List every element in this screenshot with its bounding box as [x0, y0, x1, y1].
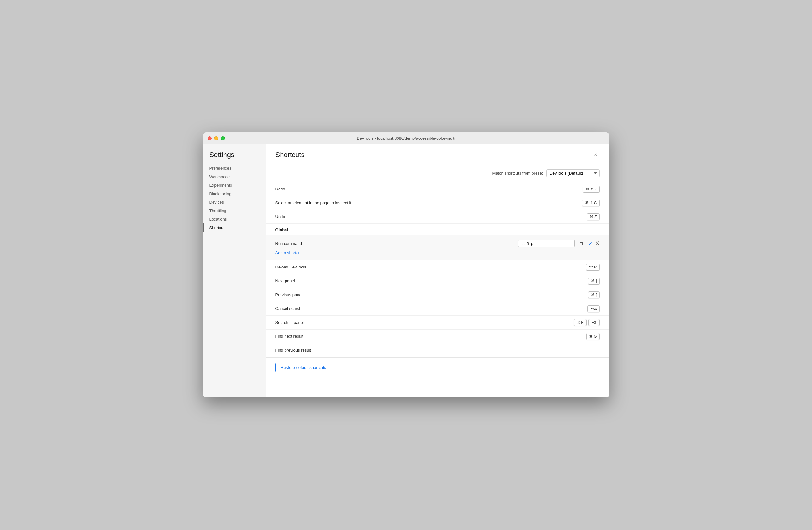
sidebar-item-blackboxing[interactable]: Blackboxing — [203, 190, 266, 198]
key-badge: ⌘ G — [586, 333, 600, 340]
shortcut-name: Search in panel — [275, 320, 574, 325]
table-row-run-command: Run command ⌘ ⇧ p 🗑 ✓ ✕ Add a shortcut — [266, 235, 609, 260]
table-row: Find previous result — [266, 343, 609, 357]
shortcut-keys: Esc — [588, 305, 599, 312]
preset-row: Match shortcuts from preset DevTools (De… — [266, 164, 609, 182]
key-badge: ⌥ R — [586, 264, 600, 271]
shortcut-name: Previous panel — [275, 292, 588, 297]
key-badge: F3 — [589, 319, 600, 326]
key-badge: ⌘ ] — [588, 278, 600, 284]
key-input-field[interactable]: ⌘ ⇧ p — [518, 239, 575, 247]
minimize-traffic-light[interactable] — [214, 136, 218, 140]
shortcut-keys: ⌘ F F3 — [574, 319, 600, 326]
editing-row-main: Run command ⌘ ⇧ p 🗑 ✓ ✕ — [275, 238, 600, 249]
key-badge: ⌘ F — [574, 319, 586, 326]
sidebar-item-preferences[interactable]: Preferences — [203, 164, 266, 172]
traffic-lights — [207, 136, 225, 140]
table-row: Select an element in the page to inspect… — [266, 196, 609, 210]
shortcut-keys: ⌘ ⇧ C — [582, 199, 599, 207]
add-shortcut-link[interactable]: Add a shortcut — [275, 249, 302, 257]
preset-select[interactable]: DevTools (Default) Visual Studio Code — [546, 169, 600, 177]
maximize-traffic-light[interactable] — [221, 136, 225, 140]
table-row: Previous panel ⌘ [ — [266, 288, 609, 302]
sidebar-item-throttling[interactable]: Throttling — [203, 207, 266, 215]
delete-shortcut-button[interactable]: 🗑 — [577, 239, 586, 247]
shortcut-keys: ⌘ ⇧ Z — [583, 186, 600, 193]
restore-defaults-button[interactable]: Restore default shortcuts — [275, 363, 332, 372]
sidebar-item-locations[interactable]: Locations — [203, 215, 266, 223]
table-row: Redo ⌘ ⇧ Z — [266, 182, 609, 196]
sidebar: Settings Preferences Workspace Experimen… — [203, 144, 266, 398]
table-row: Next panel ⌘ ] — [266, 274, 609, 288]
shortcut-keys: ⌥ R — [586, 264, 600, 271]
shortcut-keys: ⌘ [ — [588, 291, 600, 298]
shortcut-keys: ⌘ ] — [588, 278, 600, 284]
key-badge: Esc — [588, 305, 599, 312]
window-title: DevTools - localhost:8080/demo/accessibl… — [357, 136, 455, 141]
titlebar: DevTools - localhost:8080/demo/accessibl… — [203, 132, 609, 144]
key-badge: ⌘ Z — [587, 213, 600, 220]
table-row: Reload DevTools ⌥ R — [266, 260, 609, 274]
key-badge: ⌘ [ — [588, 291, 600, 298]
shortcuts-table: Redo ⌘ ⇧ Z Select an element in the page… — [266, 182, 609, 357]
main-content: Settings Preferences Workspace Experimen… — [203, 144, 609, 398]
key-badge: ⌘ ⇧ C — [582, 199, 599, 207]
section-header-global: Global — [266, 224, 609, 235]
table-row: Undo ⌘ Z — [266, 210, 609, 224]
preset-label: Match shortcuts from preset — [492, 171, 543, 176]
shortcut-name: Find next result — [275, 334, 586, 339]
footer-bar: Restore default shortcuts — [266, 357, 609, 377]
confirm-shortcut-button[interactable]: ✓ — [589, 240, 593, 247]
shortcut-name: Select an element in the page to inspect… — [275, 200, 582, 205]
shortcut-name: Find previous result — [275, 348, 600, 352]
shortcut-name: Cancel search — [275, 306, 588, 311]
key-badge: ⌘ ⇧ Z — [583, 186, 600, 193]
shortcut-keys: ⌘ G — [586, 333, 600, 340]
content-header: Shortcuts × — [266, 144, 609, 164]
shortcut-name: Redo — [275, 187, 583, 191]
shortcut-name: Reload DevTools — [275, 265, 586, 269]
sidebar-item-workspace[interactable]: Workspace — [203, 172, 266, 181]
sidebar-item-devices[interactable]: Devices — [203, 198, 266, 207]
shortcut-name: Next panel — [275, 279, 588, 283]
close-traffic-light[interactable] — [207, 136, 212, 140]
table-row: Find next result ⌘ G — [266, 330, 609, 343]
devtools-window: DevTools - localhost:8080/demo/accessibl… — [203, 132, 609, 398]
cancel-shortcut-button[interactable]: ✕ — [595, 240, 600, 247]
page-title: Shortcuts — [275, 151, 305, 159]
shortcut-name: Undo — [275, 214, 587, 219]
sidebar-item-experiments[interactable]: Experiments — [203, 181, 266, 190]
table-row: Cancel search Esc — [266, 302, 609, 316]
table-row: Search in panel ⌘ F F3 — [266, 316, 609, 330]
sidebar-item-shortcuts[interactable]: Shortcuts — [203, 223, 266, 232]
shortcut-keys: ⌘ Z — [587, 213, 600, 220]
shortcut-name: Run command — [275, 241, 518, 246]
close-button[interactable]: × — [592, 151, 599, 159]
content-area: Shortcuts × Match shortcuts from preset … — [266, 144, 609, 398]
sidebar-title: Settings — [203, 151, 266, 164]
